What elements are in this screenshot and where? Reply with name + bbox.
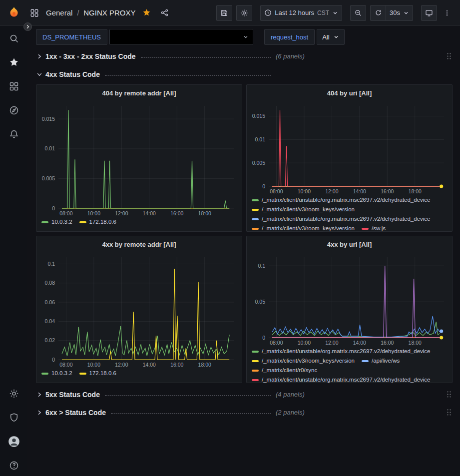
dashboard-row-6xx[interactable]: 6xx > Status Code (2 panels) (36, 406, 453, 419)
legend-label: /_matrix/client/v3/room_keys/version (262, 225, 355, 231)
legend-item[interactable]: 10.0.3.2 (41, 218, 72, 226)
legend-label: 10.0.3.2 (51, 218, 72, 226)
sidebar-expand-button[interactable] (23, 22, 32, 31)
svg-text:0.005: 0.005 (42, 175, 55, 181)
sidebar-item-profile[interactable] (8, 436, 20, 447)
sidebar-item-help[interactable] (9, 460, 19, 471)
legend-marker (79, 221, 86, 223)
sidebar-item-starred[interactable] (9, 57, 19, 68)
sidebar-item-alerting[interactable] (9, 129, 19, 140)
help-icon (9, 461, 19, 471)
row-drag-handle[interactable] (447, 391, 452, 398)
legend-label: /_matrix/client/unstable/org.matrix.msc2… (262, 215, 431, 223)
panel-404-by-uri: 404 by uri [All] 00.0050.010.01508:0010:… (246, 84, 453, 232)
legend-marker (41, 373, 48, 375)
sidebar-expand-icon (25, 24, 30, 29)
legend-label: /sw.js (372, 225, 386, 231)
dashboard-title[interactable]: NGINX PROXY (83, 8, 135, 17)
legend-item[interactable]: /_matrix/client/unstable/org.matrix.msc2… (252, 376, 431, 383)
tv-mode-button[interactable] (421, 5, 437, 21)
search-icon (9, 33, 19, 43)
legend-item[interactable]: /_matrix/client/r0/sync (252, 367, 317, 374)
time-series-chart[interactable]: 00.0050.010.01508:0010:0012:0014:0016:00… (39, 101, 239, 217)
request-host-variable-dropdown[interactable]: All (317, 29, 344, 45)
legend-marker (252, 199, 259, 201)
save-dashboard-button[interactable] (216, 5, 232, 21)
zoom-out-icon (354, 9, 362, 17)
svg-text:14:00: 14:00 (353, 188, 366, 194)
request-host-variable-value: All (322, 33, 329, 41)
panel-title[interactable]: 4xx by uri [All] (247, 236, 452, 252)
sidebar-item-settings[interactable] (9, 388, 19, 399)
sidebar (0, 26, 27, 476)
svg-text:18:00: 18:00 (409, 340, 422, 346)
legend-label: /_matrix/client/unstable/org.matrix.msc2… (262, 348, 431, 355)
breadcrumb-separator: / (77, 9, 79, 17)
row-drag-handle[interactable] (447, 409, 452, 416)
dashboard-row-4xx[interactable]: 4xx Status Code (36, 67, 453, 81)
alerting-icon (9, 129, 19, 139)
sidebar-item-explore[interactable] (9, 105, 19, 116)
svg-text:18:00: 18:00 (198, 362, 211, 368)
time-series-chart[interactable]: 00.0050.010.01508:0010:0012:0014:0016:00… (250, 101, 449, 195)
svg-text:08:00: 08:00 (270, 340, 283, 346)
svg-text:12:00: 12:00 (325, 340, 338, 346)
datasource-variable-dropdown[interactable] (109, 29, 253, 45)
legend-item[interactable]: /_matrix/client/unstable/org.matrix.msc2… (252, 215, 431, 223)
time-series-chart[interactable]: 00.020.040.060.080.108:0010:0012:0014:00… (39, 252, 239, 368)
panel-4xx-by-remote-addr: 4xx by remote addr [All] 00.020.040.060.… (36, 236, 242, 383)
panel-title[interactable]: 4xx by remote addr [All] (36, 236, 242, 252)
svg-text:0.01: 0.01 (255, 136, 266, 142)
chevron-down-icon (333, 34, 339, 40)
chart-legend: 10.0.3.2172.18.0.6 (36, 217, 242, 228)
explore-icon (9, 105, 19, 115)
svg-text:0.08: 0.08 (45, 280, 55, 286)
panel-title[interactable]: 404 by uri [All] (247, 85, 452, 101)
legend-item[interactable]: 10.0.3.2 (41, 370, 72, 377)
legend-item[interactable]: /sw.js (362, 225, 386, 231)
panel-title[interactable]: 404 by remote addr [All] (36, 85, 242, 101)
legend-marker (79, 373, 86, 375)
svg-text:0.06: 0.06 (45, 299, 55, 305)
dashboard-settings-button[interactable] (236, 5, 252, 21)
variables-row: DS_PROMETHEUS request_host All (36, 29, 453, 45)
refresh-interval-dropdown[interactable]: 30s (386, 5, 413, 21)
legend-marker (362, 228, 369, 230)
dashboard-row-5xx[interactable]: 5xx Status Code (4 panels) (36, 388, 453, 401)
legend-item[interactable]: /_matrix/client/unstable/org.matrix.msc2… (252, 196, 431, 204)
request-host-variable-label[interactable]: request_host (264, 29, 315, 45)
chevron-down-icon (332, 10, 338, 16)
kebab-menu-button[interactable] (441, 8, 453, 17)
sidebar-item-dashboards[interactable] (9, 81, 19, 92)
dashboard-row-1xx-3xx-2xx[interactable]: 1xx - 3xx - 2xx Status Code (6 panels) (36, 49, 453, 63)
legend-label: /api/live/ws (372, 357, 400, 365)
apps-icon[interactable] (27, 8, 41, 17)
legend-item[interactable]: /_matrix/client/v3/room_keys/version (252, 206, 355, 213)
legend-item[interactable]: /_matrix/client/unstable/org.matrix.msc2… (252, 348, 431, 355)
sidebar-item-server-admin[interactable] (9, 412, 19, 423)
row-dotted-line (105, 75, 271, 76)
row-drag-handle[interactable] (447, 52, 452, 60)
svg-text:0.005: 0.005 (252, 160, 265, 166)
legend-item[interactable]: 172.18.0.6 (79, 218, 116, 226)
datasource-variable-label[interactable]: DS_PROMETHEUS (36, 29, 107, 45)
refresh-button[interactable] (370, 5, 386, 21)
zoom-out-button[interactable] (350, 5, 366, 21)
kebab-icon (444, 8, 451, 17)
legend-item[interactable]: /_matrix/client/v3/room_keys/version (252, 225, 355, 231)
share-icon[interactable] (158, 8, 171, 17)
legend-item[interactable]: /_matrix/client/v3/room_keys/version (252, 357, 355, 365)
legend-marker (252, 351, 259, 353)
time-series-chart[interactable]: 00.050.108:0010:0012:0014:0016:0018:00 (250, 252, 449, 346)
favorite-star-icon[interactable] (140, 8, 153, 17)
legend-item[interactable]: /api/live/ws (362, 357, 400, 365)
svg-text:0.02: 0.02 (45, 337, 55, 343)
sidebar-item-search[interactable] (9, 33, 19, 44)
grafana-logo[interactable] (0, 6, 27, 20)
breadcrumb-section[interactable]: General (46, 8, 72, 17)
legend-item[interactable]: 172.18.0.6 (79, 370, 116, 377)
time-range-picker[interactable]: Last 12 hours CST (260, 5, 342, 21)
svg-text:0.1: 0.1 (47, 261, 55, 267)
request-host-variable: request_host All (264, 29, 345, 45)
starred-icon (9, 57, 19, 67)
